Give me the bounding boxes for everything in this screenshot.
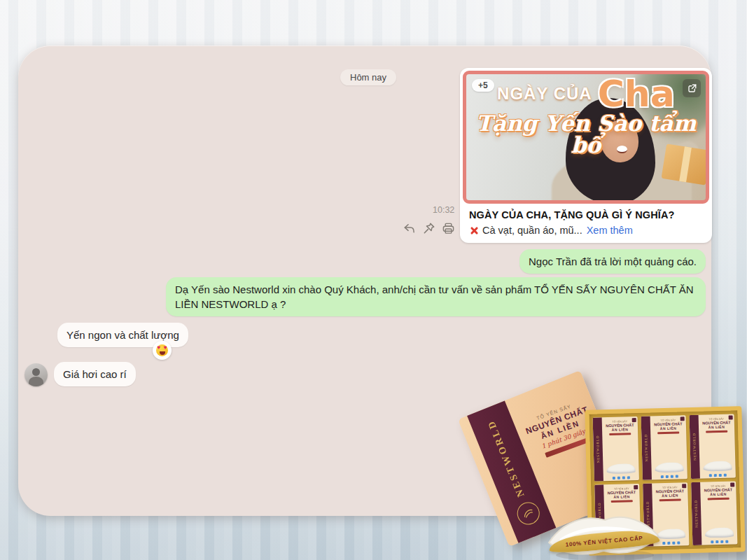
brand-bird-logo-icon — [514, 499, 543, 528]
product-photo-overlay: NESTWORLD TỔ YẾN SẤY NGUYÊN CHẤT ĂN LIỀN… — [483, 382, 747, 560]
product-small-box: NESTWORLD TỔ YẾN SẤY NGUYÊN CHẤT ĂN LIỀN — [691, 481, 737, 545]
brand-name: NESTWORLD — [485, 418, 526, 498]
message-timestamp: 10:32 — [433, 205, 454, 215]
ad-message-card[interactable]: NGÀY CỦA Cha Tặng Yến Sào tẩm bổ +5 NGÀY… — [460, 68, 712, 243]
printer-icon[interactable] — [442, 222, 455, 235]
reaction-badge[interactable] — [153, 341, 172, 360]
ad-banner-title: NGÀY CỦA Cha Tặng Yến Sào tẩm bổ — [466, 76, 706, 156]
reply-notice-bubble[interactable]: Ngọc Trần đã trả lời một quảng cáo. — [519, 249, 706, 274]
product-small-box: NESTWORLD TỔ YẾN SẤY NGUYÊN CHẤT ĂN LIỀN — [690, 414, 736, 478]
pin-icon[interactable] — [422, 222, 435, 235]
banner-title-prefix: NGÀY CỦA — [497, 85, 592, 102]
ad-banner-image: NGÀY CỦA Cha Tặng Yến Sào tẩm bổ +5 — [463, 71, 709, 204]
banner-subtitle: Tặng Yến Sào tẩm bổ — [466, 113, 706, 156]
greeting-bubble[interactable]: Dạ Yến sào Nestworld xin chào Quý Khách,… — [166, 277, 706, 316]
see-more-link[interactable]: Xem thêm — [587, 225, 633, 236]
nest-illustration — [705, 527, 734, 538]
nest-illustration — [703, 461, 732, 471]
heart-eyes-emoji-icon — [156, 344, 168, 356]
open-in-new-icon[interactable] — [683, 79, 701, 97]
x-mark-icon — [469, 226, 478, 235]
more-images-badge[interactable]: +5 — [472, 79, 494, 92]
customer-message-bubble[interactable]: Giá hơi cao rí — [54, 362, 136, 386]
product-small-box: NESTWORLD TỔ YẾN SẤY NGUYÊN CHẤT ĂN LIỀN — [593, 416, 639, 481]
ad-body-text: Cà vạt, quần áo, mũ... — [482, 225, 582, 236]
banner-title-word: Cha — [598, 76, 675, 112]
ad-headline: NGÀY CỦA CHA, TẶNG QUÀ GÌ Ý NGHĨA? — [469, 209, 703, 220]
nest-illustration — [655, 462, 683, 472]
product-small-box: NESTWORLD TỔ YẾN SẤY NGUYÊN CHẤT ĂN LIỀN — [641, 415, 687, 479]
message-hover-actions — [403, 222, 455, 235]
screenshot-stage: Hôm nay NGÀY CỦA Cha Tặng Yến Sào tẩm bổ — [0, 0, 747, 560]
date-separator: Hôm nay — [340, 69, 396, 85]
avatar[interactable] — [25, 363, 48, 386]
ad-text-block: NGÀY CỦA CHA, TẶNG QUÀ GÌ Ý NGHĨA? Cà vạ… — [463, 204, 709, 241]
reply-icon[interactable] — [403, 222, 416, 235]
nest-illustration — [606, 463, 635, 474]
ribbon-text: 100% YẾN VIỆT CAO CẤP — [565, 535, 643, 548]
